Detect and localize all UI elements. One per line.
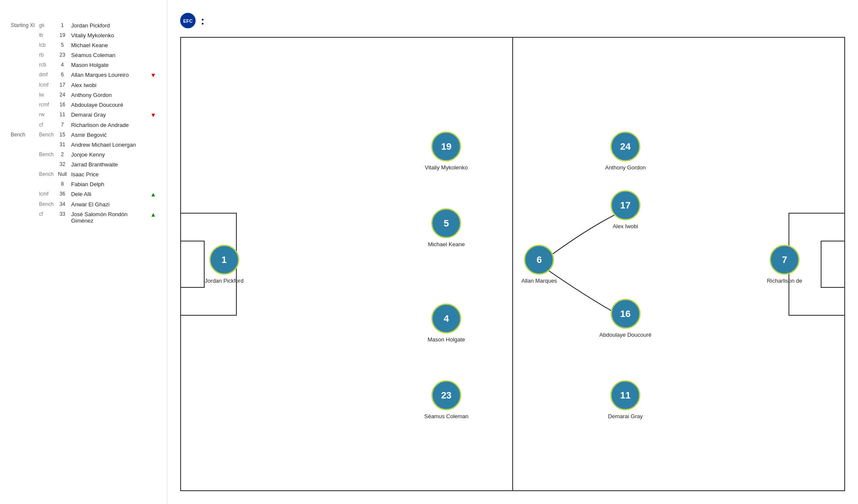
player-circle: 4 — [431, 303, 461, 333]
lineup-section — [9, 150, 37, 160]
right-goal-box — [821, 241, 844, 288]
lineup-row: lw24Anthony Gordon — [9, 90, 158, 100]
lineup-player-name: Isaac Price — [69, 169, 148, 179]
lineup-arrow — [148, 199, 158, 209]
lineup-row: 32Jarrad Branthwaite — [9, 160, 158, 169]
lineup-position: gk — [37, 21, 56, 30]
lineup-section — [9, 110, 37, 120]
lineup-player-name: Jonjoe Kenny — [69, 150, 148, 160]
lineup-player-name: Anwar El Ghazi — [69, 199, 148, 209]
lineup-player-name: Dele Alli — [69, 189, 148, 199]
lineup-arrow — [148, 80, 158, 90]
lineup-number: 15 — [56, 130, 69, 140]
player-circle: 19 — [431, 131, 461, 161]
lineup-section — [9, 169, 37, 179]
player-node: 5Michael Keane — [428, 208, 465, 247]
lineup-arrow: ▲ — [148, 209, 158, 226]
lineup-section — [9, 40, 37, 50]
player-node: 23Séamus Coleman — [424, 380, 468, 419]
lineup-row: BenchNullIsaac Price — [9, 169, 158, 179]
lineup-number: 16 — [56, 100, 69, 110]
player-name-label: Alex Iwobi — [613, 223, 638, 229]
lineup-number: 19 — [56, 30, 69, 40]
lineup-row: rw11Demarai Gray▼ — [9, 110, 158, 120]
player-node: 6Allan Marques — [521, 244, 557, 284]
lineup-section — [9, 70, 37, 80]
arrow-down-icon: ▼ — [150, 112, 156, 118]
lineup-section — [9, 50, 37, 60]
lineup-row: rcb4Mason Holgate — [9, 60, 158, 70]
lineup-section: Bench — [9, 130, 37, 140]
lineup-position — [37, 160, 56, 169]
player-name-label: Séamus Coleman — [424, 413, 468, 419]
player-name-label: Anthony Gordon — [605, 164, 646, 170]
player-name-label: Vitaliy Mykolenko — [425, 164, 468, 170]
lineup-number: 33 — [56, 209, 69, 226]
lineup-arrow — [148, 169, 158, 179]
lineup-section — [9, 100, 37, 110]
lineup-arrow — [148, 90, 158, 100]
lineup-player-name: Vitaliy Mykolenko — [69, 30, 148, 40]
player-node: 7Richarlison de — [767, 244, 802, 284]
lineup-number: 36 — [56, 189, 69, 199]
lineup-row: 31Andrew Michael Lonergan — [9, 140, 158, 150]
lineup-arrow: ▼ — [148, 70, 158, 80]
lineup-number: 34 — [56, 199, 69, 209]
player-name-label: Demarai Gray — [608, 413, 643, 419]
lineup-player-name: Abdoulaye Doucouré — [69, 100, 148, 110]
lineup-row: Bench34Anwar El Ghazi — [9, 199, 158, 209]
player-circle: 24 — [610, 131, 640, 161]
lineup-row: cf7Richarlison de Andrade — [9, 120, 158, 130]
lineup-row: 8Fabian Delph — [9, 179, 158, 189]
lineup-arrow — [148, 160, 158, 169]
player-node: 16Abdoulaye Doucouré — [599, 299, 651, 338]
lineup-number: 4 — [56, 60, 69, 70]
arrow-up-icon: ▲ — [150, 191, 156, 198]
player-name-label: Michael Keane — [428, 241, 465, 247]
lineup-position: cf — [37, 209, 56, 226]
lineup-section — [9, 189, 37, 199]
lineup-number: 23 — [56, 50, 69, 60]
player-circle: 1 — [209, 244, 239, 275]
center-line — [512, 38, 513, 490]
lineup-arrow — [148, 30, 158, 40]
lineup-row: Starting XIgk1Jordan Pickford — [9, 21, 158, 30]
lineup-section — [9, 60, 37, 70]
lineup-player-name: Anthony Gordon — [69, 90, 148, 100]
lineup-player-name: José Salomón Rondón Giménez — [69, 209, 148, 226]
lineup-section — [9, 140, 37, 150]
player-circle: 11 — [610, 380, 640, 410]
pitch-container: 1Jordan Pickford19Vitaliy Mykolenko24Ant… — [180, 37, 845, 491]
player-circle: 5 — [431, 208, 461, 238]
lineup-number: 8 — [56, 179, 69, 189]
player-circle: 7 — [770, 244, 800, 275]
lineup-arrow: ▼ — [148, 110, 158, 120]
lineup-arrow — [148, 150, 158, 160]
lineup-player-name: Séamus Coleman — [69, 50, 148, 60]
lineup-position: rb — [37, 50, 56, 60]
player-node: 11Demarai Gray — [608, 380, 643, 419]
lineup-position: rcb — [37, 60, 56, 70]
lineup-player-name: Demarai Gray — [69, 110, 148, 120]
lineup-position: lw — [37, 90, 56, 100]
lineup-number: 32 — [56, 160, 69, 169]
lineup-position: lb — [37, 30, 56, 40]
lineup-position: Bench — [37, 130, 56, 140]
left-goal-box — [181, 241, 205, 288]
player-name-label: Allan Marques — [521, 277, 557, 284]
arrow-up-icon: ▲ — [150, 211, 156, 218]
left-panel: Starting XIgk1Jordan Pickfordlb19Vitaliy… — [0, 0, 167, 504]
lineup-arrow — [148, 130, 158, 140]
lineup-row: lcb5Michael Keane — [9, 40, 158, 50]
svg-text:EFC: EFC — [183, 18, 193, 24]
lineup-arrow — [148, 60, 158, 70]
lineup-section — [9, 179, 37, 189]
player-node: 1Jordan Pickford — [205, 244, 243, 284]
player-node: 17Alex Iwobi — [610, 190, 640, 229]
player-circle: 23 — [431, 380, 461, 410]
lineup-section — [9, 80, 37, 90]
lineup-number: 7 — [56, 120, 69, 130]
lineup-position — [37, 140, 56, 150]
player-circle: 6 — [524, 244, 554, 275]
lineup-position: Bench — [37, 199, 56, 209]
